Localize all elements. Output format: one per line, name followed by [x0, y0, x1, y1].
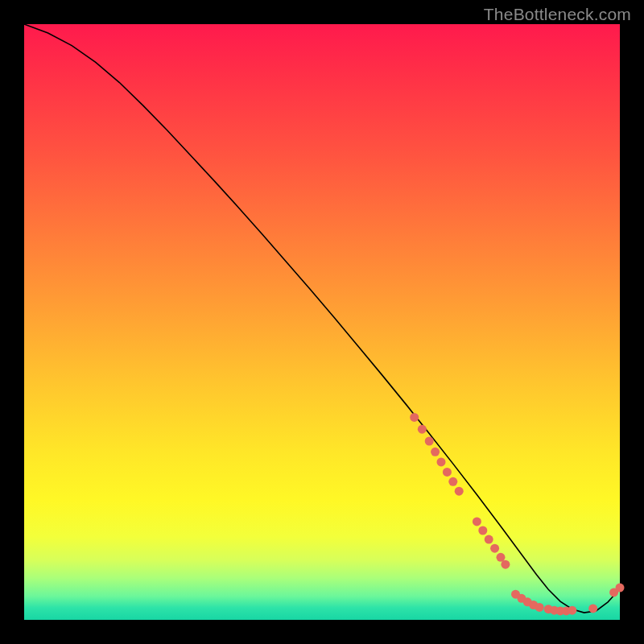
marker-point [425, 437, 434, 446]
chart-overlay [24, 24, 620, 620]
bottleneck-curve [24, 24, 620, 613]
marker-point [437, 457, 446, 466]
marker-point [616, 584, 625, 592]
marker-point [455, 487, 464, 496]
markers-group [410, 413, 624, 616]
marker-point [535, 603, 544, 612]
marker-point [568, 606, 576, 615]
marker-point [501, 560, 510, 569]
marker-point [443, 468, 452, 477]
marker-point [410, 413, 419, 422]
marker-point [490, 544, 499, 553]
marker-point [478, 526, 487, 535]
marker-point [473, 517, 481, 526]
marker-point [588, 604, 597, 613]
marker-point [485, 535, 493, 544]
chart-stage: TheBottleneck.com [0, 0, 644, 644]
marker-point [448, 477, 457, 486]
marker-point [418, 425, 427, 434]
marker-point [431, 448, 440, 456]
watermark-label: TheBottleneck.com [484, 5, 631, 24]
